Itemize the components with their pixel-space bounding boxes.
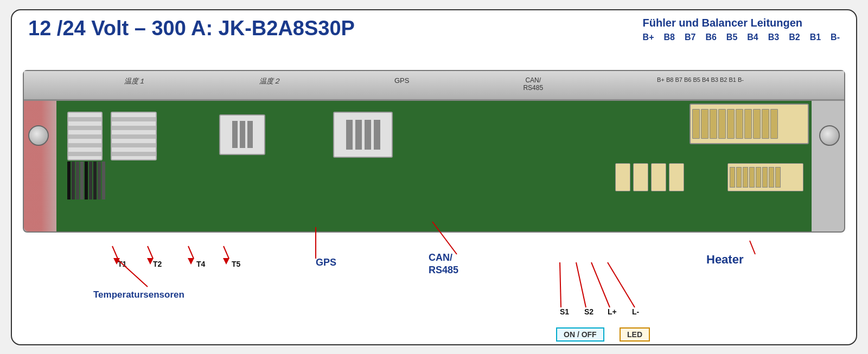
s2-connector — [633, 163, 648, 191]
label-gps-bar: GPS — [394, 76, 409, 92]
can-connector-visual — [333, 112, 393, 158]
pin-b2: B2 — [789, 33, 800, 42]
temp-label: Temperatursensoren — [93, 289, 184, 300]
pin-b5: B5 — [726, 33, 737, 42]
bolt-right — [819, 125, 840, 146]
balancer-connector-visual — [690, 104, 809, 144]
temp-connector-2 — [111, 112, 157, 160]
bolt-left — [28, 125, 49, 146]
gps-label: GPS — [316, 257, 336, 268]
svg-line-10 — [608, 262, 635, 307]
pin-b8: B8 — [663, 33, 674, 42]
lminus-label: L- — [632, 307, 639, 316]
heater-label: Heater — [706, 253, 743, 267]
top-metal-bar: 温度１ 温度２ GPS CAN/RS485 B+ B8 B7 B6 B5 B4 … — [24, 71, 844, 101]
s1-connector — [615, 163, 630, 191]
svg-marker-14 — [188, 258, 194, 265]
pin-b3: B3 — [768, 33, 779, 42]
pcb-green-board — [56, 101, 812, 231]
s2-label: S2 — [584, 307, 593, 316]
pin-b4: B4 — [747, 33, 758, 42]
svg-line-9 — [591, 262, 610, 307]
can-label: CAN/RS485 — [429, 252, 458, 277]
svg-line-8 — [576, 262, 586, 307]
svg-line-0 — [112, 246, 118, 259]
top-bar-labels: 温度１ 温度２ GPS CAN/RS485 B+ B8 B7 B6 B5 B4 … — [24, 71, 844, 92]
pin-b6: B6 — [705, 33, 716, 42]
balancer-pins: B+ B8 B7 B6 B5 B4 B3 B2 B1 B- — [643, 33, 840, 42]
t4-label: T4 — [196, 260, 205, 268]
label-temp2: 温度２ — [259, 76, 280, 92]
t1-label: T1 — [118, 260, 126, 268]
small-connectors-area — [615, 163, 684, 191]
main-container: 12 /24 Volt – 300 A: JK-B2A8S30P Fühler … — [11, 9, 857, 345]
pin-bplus: B+ — [643, 33, 654, 42]
right-labels: Fühler und Balancer Leitungen B+ B8 B7 B… — [643, 17, 840, 42]
lplus-connector — [651, 163, 666, 191]
lminus-connector — [669, 163, 684, 191]
svg-line-3 — [224, 246, 229, 259]
svg-line-7 — [560, 262, 561, 307]
led-box[interactable]: LED — [620, 327, 650, 342]
label-balancer-bar: B+ B8 B7 B6 B5 B4 B3 B2 B1 B- — [657, 76, 744, 92]
pin-b1: B1 — [810, 33, 821, 42]
onoff-box[interactable]: ON / OFF — [556, 327, 604, 342]
fuehler-title: Fühler und Balancer Leitungen — [643, 17, 840, 29]
svg-line-2 — [188, 246, 194, 259]
t5-label: T5 — [232, 260, 240, 268]
svg-line-1 — [148, 246, 153, 259]
label-temp1: 温度１ — [124, 76, 145, 92]
pin-b7: B7 — [685, 33, 695, 42]
svg-marker-15 — [223, 258, 229, 265]
svg-line-11 — [750, 241, 755, 254]
pin-bminus: B- — [831, 33, 840, 42]
label-can-bar: CAN/RS485 — [523, 76, 543, 92]
lplus-label: L+ — [608, 307, 617, 316]
wires-area — [67, 162, 159, 199]
t5-arrowhead — [222, 257, 231, 266]
temp-connector-1 — [67, 112, 103, 160]
heater-connector-visual — [727, 163, 803, 191]
s1-label: S1 — [560, 307, 569, 316]
title-area: 12 /24 Volt – 300 A: JK-B2A8S30P Fühler … — [12, 17, 856, 42]
t4-arrowhead — [187, 257, 195, 266]
pcb-image: 温度１ 温度２ GPS CAN/RS485 B+ B8 B7 B6 B5 B4 … — [23, 70, 845, 233]
t2-label: T2 — [153, 260, 162, 268]
main-title: 12 /24 Volt – 300 A: JK-B2A8S30P — [28, 17, 643, 40]
gps-connector-visual — [219, 114, 265, 155]
